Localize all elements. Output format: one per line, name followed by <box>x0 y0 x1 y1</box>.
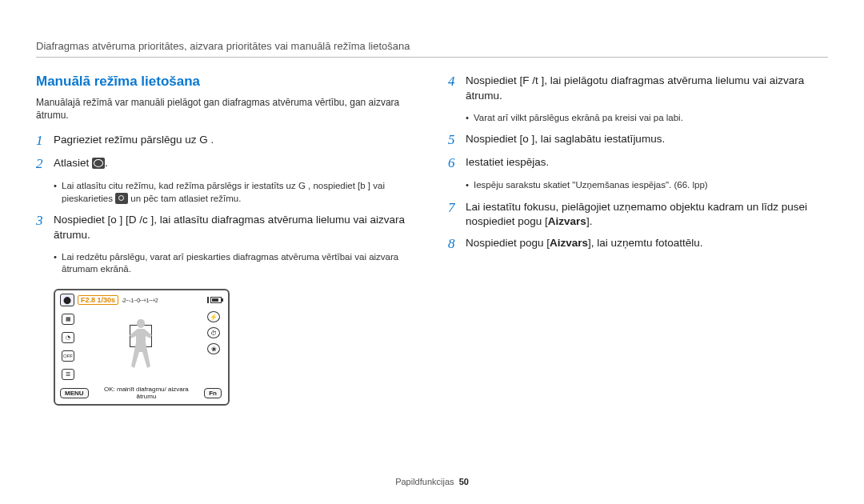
step-4: 4 Nospiediet [F /t ], lai pielāgotu diaf… <box>448 74 828 104</box>
globe-icon <box>92 158 105 169</box>
right-column: 4 Nospiediet [F /t ], lai pielāgotu diaf… <box>448 74 828 406</box>
battery-icon <box>210 297 222 303</box>
step-number: 6 <box>448 155 466 171</box>
exposure-readout: F2.8 1/30s <box>78 295 118 305</box>
step-number: 3 <box>36 213 54 229</box>
side-icon: ▦ <box>62 314 74 325</box>
lcd-hint-text: OK: mainīt diafragmu/ aizvara ātrumu <box>94 386 200 401</box>
step-8: 8 Nospiediet pogu [Aizvars], lai uzņemtu… <box>448 236 828 252</box>
step-number: 1 <box>36 133 54 149</box>
step-6: 6 Iestatiet iespējas. <box>448 155 828 171</box>
side-icon: ◔ <box>62 332 74 343</box>
step-text: Nospiediet pogu [Aizvars], lai uzņemtu f… <box>466 236 828 251</box>
section-title: Manuālā režīma lietošana <box>36 74 416 90</box>
mode-icon: ⬤ <box>60 294 74 306</box>
flash-icon: ⚡ <box>207 311 220 322</box>
status-icons <box>207 297 222 303</box>
lcd-top-bar: ⬤ F2.8 1/30s -2···-1···0···+1···+2 <box>60 294 222 306</box>
right-icon-col: ⚡ ⏱ ❀ <box>206 310 222 383</box>
aizvars-label: Aizvars <box>548 215 586 227</box>
step-text: Nospiediet [o ] [D /c ], lai atlasītu di… <box>54 213 416 243</box>
menu-button[interactable]: MENU <box>60 388 89 398</box>
step-text-a: Lai iestatītu fokusu, pielāgojiet uzņema… <box>466 201 807 228</box>
sub-item: Lai atlasītu citu režīmu, kad režīma pār… <box>54 180 416 205</box>
footer-section: Papildfunkcijas <box>395 477 454 486</box>
aizvars-label: Aizvars <box>550 237 588 249</box>
macro-icon: ❀ <box>207 343 220 354</box>
step-number: 8 <box>448 236 466 252</box>
signal-bar-icon <box>207 297 209 303</box>
left-column: Manuālā režīma lietošana Manuālajā režīm… <box>36 74 416 406</box>
step-text-b: ], lai uzņemtu fotoattēlu. <box>588 237 702 249</box>
sub-item: Iespēju sarakstu skatiet "Uzņemšanas ies… <box>466 179 828 192</box>
step-2-sub: Lai atlasītu citu režīmu, kad režīma pār… <box>36 180 416 205</box>
timer-icon: ⏱ <box>207 327 220 338</box>
sub-item: Lai redzētu pārslēgu, varat arī pieskart… <box>54 251 416 276</box>
lcd-viewport <box>76 310 206 383</box>
step-text: Atlasiet . <box>54 156 416 171</box>
sub-text-b: un pēc tam atlasiet režīmu. <box>128 194 241 203</box>
step-number: 5 <box>448 132 466 148</box>
step-text: Pagrieziet režīmu pārslēgu uz G . <box>54 133 416 148</box>
camera-icon <box>115 193 128 204</box>
step-text-a: Nospiediet pogu [ <box>466 237 550 249</box>
step-number: 2 <box>36 156 54 172</box>
step-1: 1 Pagrieziet režīmu pārslēgu uz G . <box>36 133 416 149</box>
intro-text: Manuālajā režīmā var manuāli pielāgot ga… <box>36 96 416 122</box>
step-text: Lai iestatītu fokusu, pielāgojiet uzņema… <box>466 200 828 230</box>
left-icon-col: ▦ ◔ OFF ☰ <box>60 310 76 383</box>
step-text: Nospiediet [F /t ], lai pielāgotu diafra… <box>466 74 828 104</box>
step-5: 5 Nospiediet [o ], lai saglabātu iestatī… <box>448 132 828 148</box>
breadcrumb: Diafragmas atvēruma prioritātes, aizvara… <box>36 40 828 52</box>
step-4-sub: Varat arī vilkt pārslēgus ekrānā pa krei… <box>448 112 828 125</box>
ev-scale: -2···-1···0···+1···+2 <box>122 298 158 303</box>
step-text: Iestatiet iespējas. <box>466 155 828 170</box>
step-2: 2 Atlasiet . <box>36 156 416 172</box>
step-text-b: ]. <box>586 215 593 227</box>
side-icon: OFF <box>62 350 74 362</box>
sub-item: Varat arī vilkt pārslēgus ekrānā pa krei… <box>466 112 828 125</box>
step-3-sub: Lai redzētu pārslēgu, varat arī pieskart… <box>36 251 416 276</box>
content-columns: Manuālā režīma lietošana Manuālajā režīm… <box>36 74 828 406</box>
step-3: 3 Nospiediet [o ] [D /c ], lai atlasītu … <box>36 213 416 243</box>
fn-button[interactable]: Fn <box>204 388 222 398</box>
lcd-bottom-bar: MENU OK: mainīt diafragmu/ aizvara ātrum… <box>60 386 222 401</box>
lcd-viewport-row: ▦ ◔ OFF ☰ ⚡ ⏱ ❀ <box>60 310 222 383</box>
step-number: 4 <box>448 74 466 90</box>
person-silhouette-icon <box>122 318 160 383</box>
side-icon: ☰ <box>62 369 74 380</box>
step-text: Nospiediet [o ], lai saglabātu iestatīju… <box>466 132 828 147</box>
page-footer: Papildfunkcijas 50 <box>0 477 864 486</box>
step-number: 7 <box>448 200 466 216</box>
step-text-a: Atlasiet <box>54 157 92 169</box>
page-number: 50 <box>459 477 469 486</box>
step-6-sub: Iespēju sarakstu skatiet "Uzņemšanas ies… <box>448 179 828 192</box>
lcd-preview: ⬤ F2.8 1/30s -2···-1···0···+1···+2 ▦ ◔ O… <box>54 289 230 406</box>
step-text-b: . <box>105 157 108 169</box>
step-7: 7 Lai iestatītu fokusu, pielāgojiet uzņe… <box>448 200 828 230</box>
divider <box>36 57 828 58</box>
